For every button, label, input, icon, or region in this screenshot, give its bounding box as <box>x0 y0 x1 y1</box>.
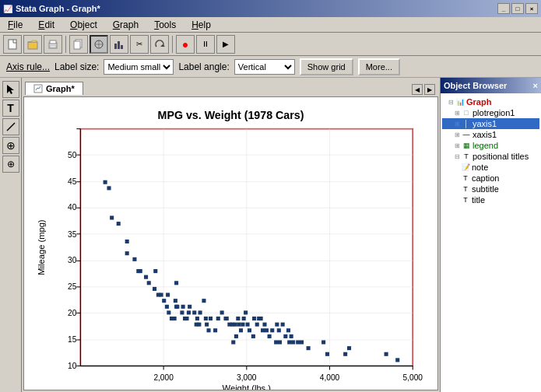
ob-label-plotregion1: plotregion1 <box>472 108 515 117</box>
show-grid-button[interactable]: Show grid <box>300 58 353 75</box>
menu-help[interactable]: Help <box>187 18 216 32</box>
ob-item-graph[interactable]: ⊟ 📊 Graph <box>442 96 539 107</box>
menu-tools[interactable]: Tools <box>149 18 181 32</box>
title-bar: 📈 Stata Graph - Graph* _ □ × <box>0 0 541 17</box>
menu-edit[interactable]: Edit <box>33 18 59 32</box>
ob-icon-positional-titles: T <box>462 152 471 161</box>
sep2 <box>172 36 173 53</box>
select-tool[interactable] <box>2 81 19 98</box>
scatter-point <box>162 299 166 303</box>
close-button[interactable]: × <box>525 3 538 14</box>
scatter-point <box>242 317 246 320</box>
scatter-point <box>234 334 238 338</box>
scatter-point <box>104 180 107 184</box>
scatter-point <box>205 323 209 327</box>
object-browser-close[interactable]: × <box>533 81 538 90</box>
scatter-point <box>139 269 142 273</box>
object-browser-title: Object Browser <box>444 81 507 90</box>
ob-expand-xaxis1[interactable]: ⊞ <box>455 131 460 138</box>
open-button[interactable] <box>23 35 42 54</box>
ob-item-subtitle[interactable]: T subtitle <box>442 184 539 194</box>
scatter-point <box>255 323 259 327</box>
new-button[interactable] <box>3 35 22 54</box>
scatter-point <box>252 317 256 320</box>
svg-rect-4 <box>50 40 56 44</box>
scatter-point <box>198 310 202 314</box>
scatter-point <box>231 340 235 344</box>
graph-tab-graph[interactable]: Graph* <box>25 82 83 95</box>
menu-object[interactable]: Object <box>65 18 102 32</box>
text-tool[interactable]: T <box>2 100 19 117</box>
ob-expand-plotregion1[interactable]: ⊞ <box>455 110 460 117</box>
ob-icon-yaxis1: │ <box>462 119 471 128</box>
ob-item-xaxis1[interactable]: ⊞ — xaxis1 <box>442 129 539 140</box>
svg-text:45: 45 <box>68 177 77 186</box>
scatter-point <box>166 293 170 297</box>
ob-item-caption[interactable]: T caption <box>442 173 539 184</box>
scatter-point <box>144 275 148 279</box>
scatter-point <box>184 317 188 320</box>
svg-text:15: 15 <box>68 335 77 344</box>
tab-nav-prev[interactable]: ◀ <box>412 84 423 95</box>
print-button[interactable] <box>44 35 62 54</box>
scatter-point <box>234 323 237 327</box>
ob-item-plotregion1[interactable]: ⊞ □ plotregion1 <box>442 107 539 118</box>
ob-item-legend[interactable]: ⊞ ▦ legend <box>442 140 539 151</box>
scatter-point <box>343 352 347 356</box>
ob-expand-yaxis1[interactable]: ⊞ <box>455 121 460 128</box>
svg-text:35: 35 <box>68 230 77 239</box>
add-point-tool[interactable]: ⊕ <box>2 137 19 154</box>
ob-expand-legend[interactable]: ⊞ <box>455 142 460 149</box>
main-area: T ⊕ ⊕ Graph* ◀ ▶ MPG vs. Weight (1978 Ca… <box>0 78 541 392</box>
maximize-button[interactable]: □ <box>511 3 524 14</box>
copy-button[interactable] <box>69 35 88 54</box>
scatter-point <box>174 281 178 285</box>
more-button[interactable]: More... <box>358 58 400 75</box>
line-tool[interactable] <box>2 118 19 135</box>
scatter-point <box>188 305 191 309</box>
scatter-point <box>220 310 224 314</box>
move-tool[interactable]: ⊕ <box>2 156 19 173</box>
label-angle-select[interactable]: Vertical Horizontal 45 degrees <box>234 59 295 75</box>
svg-rect-11 <box>114 44 117 49</box>
scatter-point <box>107 186 111 190</box>
menu-graph[interactable]: Graph <box>108 18 143 32</box>
ob-item-yaxis1[interactable]: ⊞ │ yaxis1 <box>442 118 539 129</box>
scatter-point <box>153 269 157 273</box>
sep1 <box>65 36 66 53</box>
object-browser-title-bar: Object Browser × <box>441 78 541 93</box>
svg-text:40: 40 <box>68 203 77 212</box>
scatter-point <box>325 352 329 356</box>
ob-expand-graph[interactable]: ⊟ <box>448 99 454 106</box>
ob-item-title[interactable]: T title <box>442 194 539 205</box>
ob-expand-positional-titles[interactable]: ⊟ <box>455 153 460 160</box>
ob-item-positional-titles[interactable]: ⊟ T positional titles <box>442 151 539 162</box>
bar-chart-button[interactable] <box>110 35 128 54</box>
cut-button[interactable]: ✂ <box>130 35 149 54</box>
ob-icon-note: 📝 <box>461 163 470 172</box>
scatter-point <box>251 334 255 338</box>
scatter-point <box>197 323 201 327</box>
svg-text:5,000: 5,000 <box>403 373 423 382</box>
pause-button[interactable]: ⏸ <box>196 35 215 54</box>
menu-file[interactable]: File <box>3 18 27 32</box>
label-size-select[interactable]: Medium small Tiny Very small Small Mediu… <box>104 59 174 75</box>
scatter-point <box>147 281 151 285</box>
rotate-button[interactable] <box>150 35 169 54</box>
ob-label-yaxis1: yaxis1 <box>472 119 497 128</box>
record-button[interactable]: ● <box>176 35 195 54</box>
tab-nav-next[interactable]: ▶ <box>424 84 435 95</box>
graph-type-button[interactable] <box>90 35 108 54</box>
scatter-point <box>248 328 251 332</box>
scatter-point <box>283 334 287 338</box>
play-button[interactable]: ▶ <box>216 35 235 54</box>
object-browser-content: ⊟ 📊 Graph ⊞ □ plotregion1 ⊞ │ yaxis1 ⊞ —… <box>441 93 541 392</box>
svg-rect-5 <box>50 46 56 47</box>
ob-label-positional-titles: positional titles <box>472 152 529 161</box>
minimize-button[interactable]: _ <box>497 3 510 14</box>
graph-canvas[interactable]: MPG vs. Weight (1978 Cars) <box>23 96 438 390</box>
scatter-point <box>180 310 184 314</box>
scatter-point <box>195 317 199 320</box>
ob-item-note[interactable]: 📝 note <box>442 162 539 173</box>
scatter-point <box>275 323 279 327</box>
